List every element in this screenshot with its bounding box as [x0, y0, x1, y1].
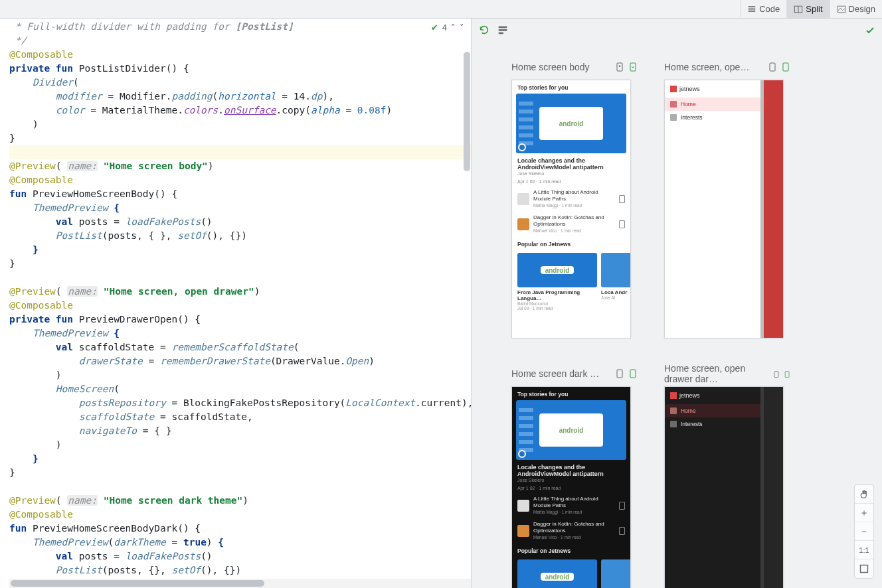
preview-device[interactable]: Top stories for you android Locale chang…: [511, 80, 631, 338]
preview-device[interactable]: Top stories for you android Locale chang…: [511, 386, 631, 588]
editor-gutter: [0, 19, 9, 588]
preview-title: Home screen, ope…: [664, 62, 749, 72]
view-mode-code[interactable]: Code: [740, 0, 786, 18]
preview-device[interactable]: jetnews Home Interests: [664, 80, 784, 338]
image-icon: [837, 5, 846, 14]
interactive-icon[interactable]: [781, 62, 790, 72]
pan-tool-button[interactable]: [855, 485, 873, 504]
preview-cell-drawer: Home screen, ope… jetnews Home Interests: [664, 58, 790, 338]
split-icon: [794, 5, 803, 14]
deploy-icon[interactable]: [768, 62, 777, 72]
preview-device[interactable]: jetnews Home Interests: [664, 386, 784, 588]
card: Loca Andr Jose Al: [601, 253, 631, 311]
view-mode-split[interactable]: Split: [786, 0, 829, 18]
svg-rect-7: [630, 63, 636, 71]
bookmark-icon: [619, 195, 625, 203]
view-mode-design[interactable]: Design: [830, 0, 882, 18]
inspection-widget[interactable]: ✔ 4 ˄ ˅: [431, 23, 464, 33]
drawer-item-home: Home: [665, 98, 760, 111]
preview-cell-home-body: Home screen body Top stories for you and…: [511, 58, 638, 338]
hero-image: android: [516, 94, 626, 153]
zoom-controls: ＋ － 1:1: [854, 484, 874, 579]
interactive-icon[interactable]: [784, 369, 790, 378]
settings-icon[interactable]: [497, 24, 509, 36]
preview-title: Home screen body: [511, 62, 590, 72]
nav-drawer: jetnews Home Interests: [665, 80, 760, 338]
interactive-icon[interactable]: [628, 369, 638, 378]
bookmark-icon: [619, 220, 625, 228]
zoom-reset-button[interactable]: 1:1: [855, 541, 873, 559]
svg-rect-8: [770, 63, 775, 71]
lines-icon: [747, 5, 756, 14]
svg-rect-14: [861, 565, 868, 573]
deploy-icon[interactable]: [615, 62, 624, 72]
build-success-icon: [865, 25, 875, 38]
svg-rect-5: [499, 33, 503, 35]
preview-panel: Home screen body Top stories for you and…: [472, 19, 882, 588]
editor-vscroll[interactable]: [463, 19, 471, 577]
deploy-icon[interactable]: [615, 369, 624, 378]
deploy-icon[interactable]: [773, 369, 780, 378]
view-mode-code-label: Code: [759, 4, 780, 14]
card: android From Java Programming Langua… Ba…: [517, 253, 597, 311]
hero-post-title: Locale changes and the AndroidViewModel …: [517, 157, 625, 171]
editor-hscroll[interactable]: [9, 579, 471, 588]
preview-toolbar: [478, 24, 509, 36]
check-icon: ✔: [431, 23, 438, 33]
svg-rect-12: [774, 371, 778, 377]
preview-title: Home screen, open drawer dar…: [664, 363, 765, 384]
preview-cell-drawer-dark: Home screen, open drawer dar… jetnews Ho…: [664, 365, 790, 588]
preview-cell-home-body-dark: Home screen dark … Top stories for you a…: [511, 365, 638, 588]
svg-rect-9: [783, 63, 788, 71]
view-mode-design-label: Design: [849, 4, 875, 14]
section-title: Top stories for you: [517, 84, 625, 91]
svg-rect-13: [785, 371, 789, 377]
zoom-in-button[interactable]: ＋: [855, 504, 873, 522]
view-mode-bar: Code Split Design: [0, 0, 882, 19]
svg-rect-10: [617, 370, 622, 378]
svg-rect-11: [630, 370, 636, 378]
interactive-icon[interactable]: [628, 62, 638, 72]
svg-rect-4: [499, 29, 507, 31]
refresh-icon[interactable]: [478, 24, 490, 36]
list-item: Dagger in Kotlin: Gotchas and Optimizati…: [512, 212, 630, 237]
main-split: * Full-width divider with padding for [P…: [0, 19, 882, 588]
code-editor[interactable]: * Full-width divider with padding for [P…: [0, 19, 472, 588]
zoom-out-button[interactable]: －: [855, 522, 873, 541]
view-mode-split-label: Split: [806, 4, 822, 14]
svg-rect-3: [499, 27, 507, 29]
zoom-fit-button[interactable]: [855, 559, 873, 578]
list-item: A Little Thing about Android Module Path…: [512, 186, 630, 212]
drawer-item-interests: Interests: [665, 111, 760, 124]
preview-grid: Home screen body Top stories for you and…: [511, 58, 842, 588]
prev-problem-icon[interactable]: ˄: [451, 23, 456, 33]
preview-title: Home screen dark …: [511, 368, 599, 379]
code-area[interactable]: * Full-width divider with padding for [P…: [9, 19, 471, 577]
inspection-count: 4: [442, 23, 447, 33]
